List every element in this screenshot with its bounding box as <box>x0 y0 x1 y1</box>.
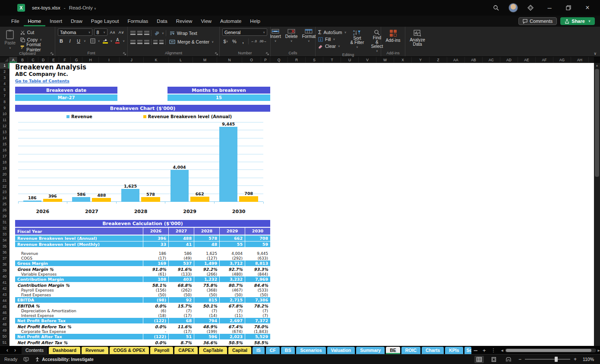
align-bottom-icon[interactable] <box>144 31 149 35</box>
sheet-tab-captable[interactable]: CapTable <box>199 347 227 354</box>
sheet-tab-charts[interactable]: Charts <box>422 347 444 354</box>
cell-value[interactable]: 1,499 <box>194 260 219 266</box>
cell-value[interactable]: 3,232 <box>219 276 245 282</box>
cell-value[interactable]: 78.2% <box>245 304 270 308</box>
column-header-f[interactable]: F <box>59 57 71 63</box>
comma-format-button[interactable]: , <box>240 38 246 45</box>
column-header-e[interactable]: E <box>48 57 59 63</box>
row-header-8[interactable]: 8 <box>0 99 9 105</box>
row-header-7[interactable]: 7 <box>0 93 9 99</box>
bold-button[interactable]: B <box>58 37 65 44</box>
column-header-z[interactable]: Z <box>429 57 447 63</box>
row-headers[interactable]: 1234578910111213141516171819202122232425… <box>0 63 9 346</box>
cell-value[interactable]: (199) <box>194 329 219 334</box>
cell-value[interactable]: (292) <box>219 256 245 260</box>
cell-value[interactable]: 48 <box>194 242 219 247</box>
row-header-38[interactable]: 38 <box>0 261 9 267</box>
cell-value[interactable]: 3,712 <box>219 260 245 266</box>
font-color-button[interactable]: A <box>114 37 121 44</box>
cell-value[interactable]: 33 <box>143 242 168 247</box>
sort-filter-button[interactable]: AZ Sort & Filter ∨ <box>348 28 366 49</box>
wrap-text-button[interactable]: Wrap Text <box>170 30 197 36</box>
cell-value[interactable]: 50.1% <box>194 304 219 308</box>
minimize-button[interactable]: ─ <box>543 2 556 13</box>
new-sheet-button[interactable]: + <box>480 347 489 354</box>
cell-value[interactable]: (50) <box>143 293 168 297</box>
select-all-corner[interactable] <box>0 57 9 63</box>
cell-value[interactable]: (674) <box>219 329 245 334</box>
cell-value[interactable]: (7) <box>219 309 245 313</box>
decrease-decimal-button[interactable]: .00→ <box>259 38 267 45</box>
display-settings-icon[interactable] <box>23 357 29 362</box>
column-header-ae[interactable]: AE <box>518 57 536 63</box>
menu-data[interactable]: Data <box>152 16 171 26</box>
column-header-k[interactable]: K <box>144 57 169 63</box>
autosum-button[interactable]: ΣAutoSum∨ <box>318 29 346 35</box>
delete-cells-button[interactable]: Delete ∨ <box>284 28 300 43</box>
fill-button[interactable]: Fill∨ <box>318 36 346 42</box>
cell-value[interactable]: 51 <box>168 334 194 339</box>
column-header-ab[interactable]: AB <box>465 57 483 63</box>
row-header-11[interactable]: 11 <box>0 117 9 123</box>
cell-value[interactable]: (266) <box>194 272 219 276</box>
cell-value[interactable]: (7) <box>245 309 270 313</box>
cell-value[interactable]: 2,697 <box>219 318 245 323</box>
cell-value[interactable]: 186 <box>143 251 168 256</box>
cell-value[interactable]: 0.0% <box>143 324 168 329</box>
cell-value[interactable]: 36.6% <box>194 340 219 345</box>
column-header-aa[interactable]: AA <box>447 57 465 63</box>
clipboard-dialog-launcher-icon[interactable] <box>51 52 54 55</box>
row-header-5[interactable]: 5 <box>0 87 9 93</box>
row-header-40[interactable]: 40 <box>0 273 9 279</box>
align-center-icon[interactable] <box>137 40 142 44</box>
sheet-tab-contents[interactable]: Contents <box>22 347 47 354</box>
sheet-canvas[interactable]: Breakeven Analysis ABC Company Inc. Go t… <box>9 63 594 346</box>
row-header-41[interactable]: 41 <box>0 279 9 286</box>
row-header-18[interactable]: 18 <box>0 159 9 165</box>
cell-value[interactable]: 586 <box>168 251 194 256</box>
cell-value[interactable]: 1,625 <box>194 251 219 256</box>
sheet-tab-be[interactable]: BE <box>386 347 400 354</box>
cell-value[interactable]: (127) <box>194 256 219 260</box>
row-header-44[interactable]: 44 <box>0 298 9 304</box>
row-header-51[interactable]: 51 <box>0 340 9 346</box>
cell-value[interactable]: 596 <box>194 334 219 339</box>
currency-format-button[interactable]: $∨ <box>222 38 229 45</box>
cell-value[interactable]: 58.1% <box>143 283 168 288</box>
accessibility-status[interactable]: Accessibility: Investigate <box>35 357 94 362</box>
cell-value[interactable]: (844) <box>245 272 270 276</box>
cell-value[interactable]: 108 <box>143 276 168 282</box>
font-name-select[interactable]: Tahoma∨ <box>58 28 92 36</box>
row-header-24[interactable]: 24 <box>0 195 9 201</box>
row-header-45[interactable]: 45 <box>0 304 9 310</box>
column-header-i[interactable]: I <box>99 57 120 63</box>
sheet-tab-so[interactable]: So <box>464 347 471 354</box>
sheet-tab-is[interactable]: IS <box>253 347 265 354</box>
cell-value[interactable]: (50) <box>219 293 245 297</box>
row-header-12[interactable]: 12 <box>0 123 9 129</box>
align-left-icon[interactable] <box>130 40 136 44</box>
column-header-a[interactable]: A <box>9 57 17 63</box>
row-header-37[interactable]: 37 <box>0 256 9 262</box>
cell-value[interactable]: 0.0% <box>143 304 168 308</box>
addins-button[interactable]: Add-ins <box>384 28 402 43</box>
cell-value[interactable]: 92 <box>168 297 194 303</box>
sheet-tab-capex[interactable]: CAPEX <box>174 347 198 354</box>
row-header-34[interactable]: 34 <box>0 238 9 244</box>
format-painter-button[interactable]: Format Painter <box>20 44 52 50</box>
cell-value[interactable]: (7) <box>194 309 219 313</box>
cell-value[interactable]: (633) <box>245 256 270 260</box>
cell-value[interactable]: 403 <box>168 276 194 282</box>
row-header-32[interactable]: 32 <box>0 226 9 232</box>
cell-value[interactable]: 67.8% <box>219 304 245 308</box>
column-header-n[interactable]: N <box>217 57 242 63</box>
cell-value[interactable]: (122) <box>143 334 168 339</box>
row-header-1[interactable]: 1 <box>0 63 9 69</box>
zoom-in-button[interactable]: + <box>574 356 577 362</box>
menu-formulas[interactable]: Formulas <box>123 16 152 26</box>
insert-cells-button[interactable]: Insert ∨ <box>268 28 283 43</box>
column-header-p[interactable]: P <box>261 57 270 63</box>
column-header-ac[interactable]: AC <box>483 57 500 63</box>
row-header-22[interactable]: 22 <box>0 183 9 189</box>
cell-value[interactable]: (49) <box>168 256 194 260</box>
